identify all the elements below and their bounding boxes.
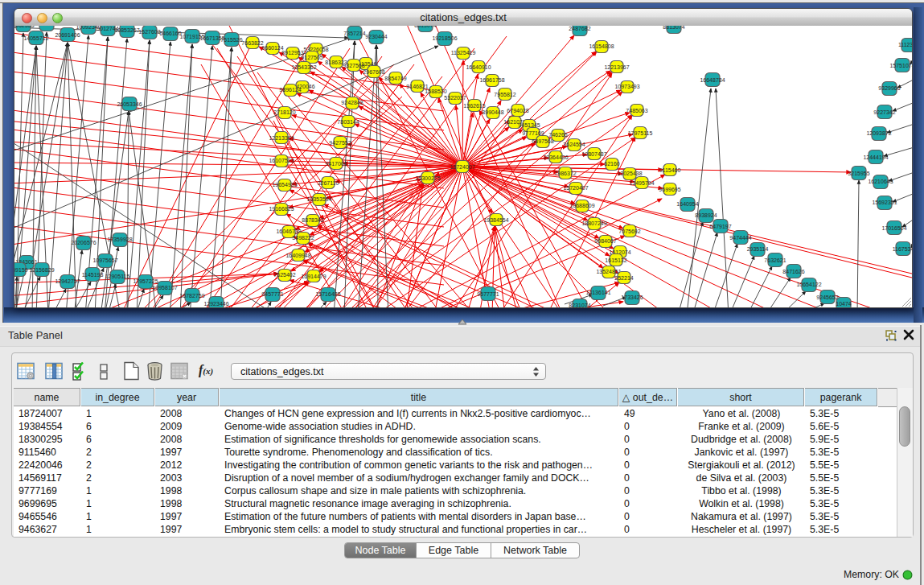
svg-text:2967608: 2967608: [363, 69, 384, 75]
svg-text:11325419: 11325419: [451, 50, 476, 56]
svg-text:12156829: 12156829: [29, 267, 54, 273]
svg-text:1527602: 1527602: [138, 29, 160, 35]
svg-text:19218506: 19218506: [432, 35, 457, 41]
svg-text:8854749: 8854749: [384, 76, 406, 81]
svg-text:8938924: 8938924: [695, 212, 717, 218]
svg-text:6466160: 6466160: [159, 31, 181, 36]
svg-text:8813074: 8813074: [414, 26, 436, 28]
svg-text:25300275: 25300275: [415, 175, 440, 181]
svg-text:6497568: 6497568: [532, 138, 553, 144]
svg-text:10025438: 10025438: [617, 171, 642, 176]
svg-text:16782759: 16782759: [179, 293, 204, 299]
svg-text:16914479: 16914479: [301, 274, 326, 279]
svg-text:9227342: 9227342: [873, 109, 895, 115]
svg-text:26053346: 26053346: [117, 101, 142, 107]
svg-text:9451345: 9451345: [518, 122, 540, 128]
svg-text:62160: 62160: [604, 161, 620, 167]
svg-text:10973493: 10973493: [614, 84, 639, 89]
svg-text:1362615: 1362615: [463, 103, 485, 109]
svg-text:7803144: 7803144: [337, 119, 359, 125]
svg-text:17359928: 17359928: [107, 237, 132, 242]
svg-text:12923446: 12923446: [203, 301, 228, 307]
svg-text:1588520: 1588520: [425, 89, 446, 94]
svg-text:252214: 252214: [614, 275, 633, 281]
svg-text:10688609: 10688609: [569, 203, 594, 208]
svg-text:3498222: 3498222: [292, 235, 314, 241]
svg-text:7663822: 7663822: [241, 40, 263, 46]
svg-text:7625402: 7625402: [273, 272, 295, 278]
svg-text:9242848: 9242848: [341, 100, 363, 105]
svg-text:9084067: 9084067: [594, 238, 616, 244]
svg-text:17016504: 17016504: [881, 225, 906, 231]
svg-text:12213369: 12213369: [269, 135, 294, 141]
svg-text:3624554: 3624554: [563, 142, 585, 147]
svg-text:9662555: 9662555: [14, 26, 35, 28]
svg-text:746266: 746266: [548, 132, 567, 138]
svg-text:10654122: 10654122: [796, 282, 821, 287]
svg-text:10853267: 10853267: [114, 27, 139, 33]
svg-text:13495794: 13495794: [629, 180, 654, 186]
svg-text:9699695: 9699695: [659, 187, 680, 192]
svg-text:9127505: 9127505: [301, 55, 322, 60]
svg-text:8878342: 8878342: [302, 217, 323, 223]
svg-text:20364436: 20364436: [543, 154, 568, 160]
svg-text:5322037: 5322037: [444, 95, 466, 101]
svg-text:10543362: 10543362: [291, 64, 316, 70]
svg-text:8204418: 8204418: [35, 26, 57, 27]
svg-text:16107523: 16107523: [269, 158, 294, 163]
svg-text:8231074: 8231074: [569, 303, 590, 307]
svg-text:10474: 10474: [836, 301, 852, 307]
svg-text:19166825: 19166825: [269, 206, 294, 212]
svg-text:9660124: 9660124: [261, 45, 283, 51]
svg-text:9896124: 9896124: [279, 87, 301, 93]
svg-text:8471626: 8471626: [782, 269, 804, 274]
svg-text:7515526: 7515526: [220, 37, 242, 43]
svg-text:3215955: 3215955: [848, 171, 869, 176]
svg-text:20206576: 20206576: [71, 240, 96, 245]
svg-text:7485063: 7485063: [626, 108, 647, 113]
svg-text:1733426: 1733426: [621, 295, 643, 300]
svg-text:9230444: 9230444: [365, 34, 387, 39]
svg-text:20691406: 20691406: [55, 32, 80, 38]
svg-text:7357214: 7357214: [343, 31, 365, 36]
svg-text:7632621: 7632621: [764, 257, 786, 263]
svg-text:9457771: 9457771: [261, 291, 283, 297]
svg-text:15720407: 15720407: [563, 185, 588, 191]
svg-text:7986372: 7986372: [554, 171, 576, 176]
svg-text:3267110: 3267110: [318, 180, 339, 186]
svg-text:2487682: 2487682: [569, 26, 590, 31]
svg-text:9245652: 9245652: [816, 295, 838, 300]
svg-text:16210643: 16210643: [868, 179, 893, 184]
svg-text:17975115: 17975115: [628, 130, 653, 136]
svg-text:16409948: 16409948: [285, 253, 310, 258]
svg-text:15692351: 15692351: [872, 200, 897, 205]
svg-text:9474444: 9474444: [729, 235, 751, 241]
svg-text:19353594: 19353594: [306, 196, 331, 202]
svg-text:10807487: 10807487: [581, 151, 606, 157]
svg-text:939159: 939159: [14, 267, 28, 273]
svg-text:7955812: 7955812: [494, 92, 515, 97]
svg-text:16640910: 16640910: [466, 64, 491, 70]
svg-text:9577771: 9577771: [477, 291, 499, 297]
svg-text:8990448: 8990448: [482, 109, 503, 115]
svg-text:12905115: 12905115: [105, 274, 130, 279]
svg-text:16648784: 16648784: [700, 77, 725, 83]
svg-text:15716485: 15716485: [315, 291, 340, 297]
svg-text:7075692: 7075692: [618, 229, 640, 234]
svg-text:12444194: 12444194: [863, 154, 888, 160]
svg-text:10958107: 10958107: [152, 285, 177, 290]
svg-text:2935114: 2935114: [747, 246, 769, 252]
svg-text:9327568: 9327568: [343, 63, 364, 68]
svg-text:9417006: 9417006: [325, 161, 347, 167]
svg-text:1167534: 1167534: [893, 246, 912, 252]
svg-text:19384554: 19384554: [483, 217, 508, 223]
svg-text:9427552: 9427552: [329, 140, 351, 146]
svg-text:2718120: 2718120: [273, 109, 295, 115]
svg-text:8813074: 8813074: [663, 26, 684, 30]
svg-text:16154808: 16154808: [589, 43, 614, 49]
svg-text:9329966: 9329966: [878, 85, 900, 91]
svg-text:6794028: 6794028: [507, 108, 528, 113]
svg-text:1640954: 1640954: [676, 201, 698, 207]
svg-text:17957225: 17957225: [133, 278, 158, 284]
svg-text:14055712: 14055712: [23, 35, 48, 41]
